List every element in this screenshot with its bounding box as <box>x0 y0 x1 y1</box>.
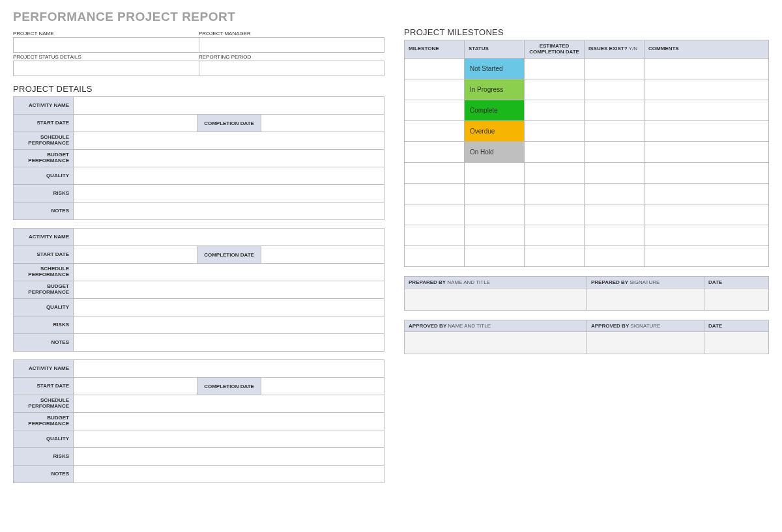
comments-cell[interactable] <box>644 225 769 246</box>
start-date-input[interactable] <box>74 378 197 395</box>
budget-performance-input[interactable] <box>74 413 384 430</box>
status-details-input[interactable] <box>13 61 199 76</box>
issues-cell[interactable] <box>585 59 644 79</box>
comments-cell[interactable] <box>644 246 769 267</box>
right-column: PROJECT MILESTONES MILESTONE STATUS ESTI… <box>404 20 769 491</box>
milestone-cell[interactable] <box>405 121 465 142</box>
status-cell[interactable]: In Progress <box>465 79 525 100</box>
approved-name-label: APPROVED BY <box>409 323 446 329</box>
milestone-cell[interactable] <box>405 59 465 79</box>
completion-date-cell[interactable] <box>525 184 585 204</box>
quality-input[interactable] <box>74 299 384 316</box>
milestone-cell[interactable] <box>405 163 465 184</box>
approved-name-input[interactable] <box>405 332 587 354</box>
comments-cell[interactable] <box>644 163 769 184</box>
activity-name-input[interactable] <box>74 360 384 378</box>
project-name-input[interactable] <box>13 37 199 53</box>
budget-performance-input[interactable] <box>74 281 384 299</box>
activity-name-input[interactable] <box>74 97 384 115</box>
quality-input[interactable] <box>74 167 384 185</box>
milestone-cell[interactable] <box>405 204 465 225</box>
completion-date-cell[interactable] <box>525 225 585 246</box>
completion-date-cell[interactable] <box>525 79 585 100</box>
status-cell[interactable]: Not Started <box>465 59 525 79</box>
start-date-label: START DATE <box>14 246 74 264</box>
risks-input[interactable] <box>74 185 384 203</box>
quality-input[interactable] <box>74 430 384 448</box>
issues-cell[interactable] <box>585 142 644 163</box>
approved-date-input[interactable] <box>704 332 769 354</box>
start-date-input[interactable] <box>74 246 197 264</box>
risks-input[interactable] <box>74 316 384 334</box>
approved-sig-hint: SIGNATURE <box>630 323 660 329</box>
prepared-date-input[interactable] <box>704 288 769 311</box>
activity-name-label: ACTIVITY NAME <box>14 229 74 246</box>
comments-cell[interactable] <box>644 184 769 204</box>
activity-name-input[interactable] <box>74 229 384 246</box>
issues-cell[interactable] <box>585 100 644 121</box>
issues-cell[interactable] <box>585 121 644 142</box>
budget-performance-label: BUDGET PERFORMANCE <box>14 281 74 299</box>
approved-sig-input[interactable] <box>587 332 704 354</box>
completion-date-label: COMPLETION DATE <box>197 378 261 395</box>
completion-date-cell[interactable] <box>525 204 585 225</box>
status-cell[interactable] <box>465 184 525 204</box>
schedule-performance-input[interactable] <box>74 264 384 281</box>
issues-cell[interactable] <box>585 79 644 100</box>
completion-date-cell[interactable] <box>525 163 585 184</box>
comments-cell[interactable] <box>644 142 769 163</box>
table-row <box>405 163 769 184</box>
approved-date-header: DATE <box>704 320 769 332</box>
details-title: PROJECT DETAILS <box>13 84 384 94</box>
comments-cell[interactable] <box>644 100 769 121</box>
milestone-cell[interactable] <box>405 246 465 267</box>
prepared-sig-input[interactable] <box>587 288 704 311</box>
completion-date-cell[interactable] <box>525 142 585 163</box>
comments-cell[interactable] <box>644 204 769 225</box>
prepared-name-input[interactable] <box>405 288 587 311</box>
milestone-cell[interactable] <box>405 184 465 204</box>
issues-cell[interactable] <box>585 204 644 225</box>
milestone-cell[interactable] <box>405 100 465 121</box>
notes-input[interactable] <box>74 466 384 483</box>
milestone-cell[interactable] <box>405 79 465 100</box>
completion-date-cell[interactable] <box>525 100 585 121</box>
completion-date-input[interactable] <box>261 115 384 132</box>
completion-date-cell[interactable] <box>525 59 585 79</box>
comments-cell[interactable] <box>644 121 769 142</box>
completion-date-cell[interactable] <box>525 121 585 142</box>
comments-cell[interactable] <box>644 79 769 100</box>
status-cell[interactable] <box>465 246 525 267</box>
reporting-period-input[interactable] <box>199 61 384 76</box>
status-cell[interactable]: Complete <box>465 100 525 121</box>
risks-label: RISKS <box>14 316 74 334</box>
table-row <box>405 246 769 267</box>
notes-label: NOTES <box>14 466 74 483</box>
approved-by-table: APPROVED BY NAME AND TITLE APPROVED BY S… <box>404 320 769 354</box>
notes-input[interactable] <box>74 334 384 352</box>
status-cell[interactable] <box>465 163 525 184</box>
table-row: Complete <box>405 100 769 121</box>
completion-date-cell[interactable] <box>525 246 585 267</box>
milestone-cell[interactable] <box>405 142 465 163</box>
issues-cell[interactable] <box>585 184 644 204</box>
issues-cell[interactable] <box>585 225 644 246</box>
status-cell[interactable] <box>465 204 525 225</box>
issues-cell[interactable] <box>585 246 644 267</box>
start-date-input[interactable] <box>74 115 197 132</box>
status-cell[interactable]: On Hold <box>465 142 525 163</box>
issues-cell[interactable] <box>585 163 644 184</box>
status-cell[interactable] <box>465 225 525 246</box>
completion-date-input[interactable] <box>261 378 384 395</box>
project-manager-input[interactable] <box>199 37 384 53</box>
completion-date-input[interactable] <box>261 246 384 264</box>
schedule-performance-input[interactable] <box>74 395 384 413</box>
notes-input[interactable] <box>74 203 384 220</box>
status-cell[interactable]: Overdue <box>465 121 525 142</box>
comments-cell[interactable] <box>644 59 769 79</box>
budget-performance-input[interactable] <box>74 150 384 167</box>
notes-label: NOTES <box>14 203 74 220</box>
risks-input[interactable] <box>74 448 384 466</box>
milestone-cell[interactable] <box>405 225 465 246</box>
schedule-performance-input[interactable] <box>74 132 384 150</box>
